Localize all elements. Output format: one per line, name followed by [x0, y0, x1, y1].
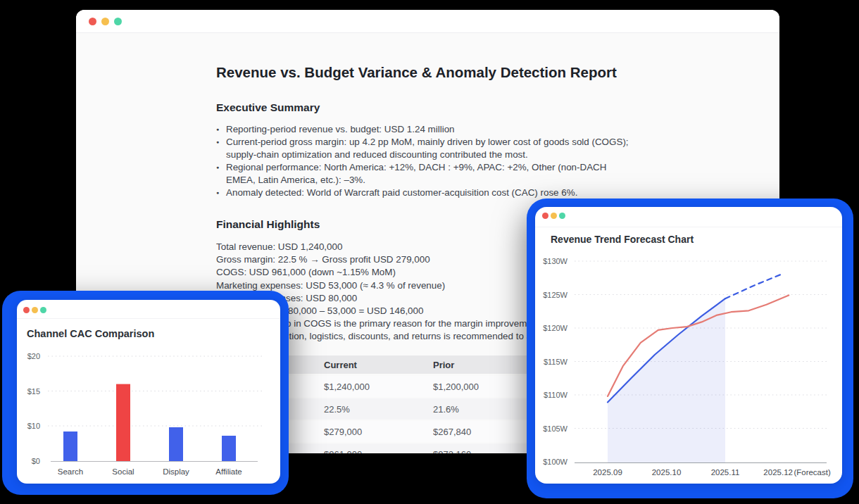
forecast-window: Revenue Trend Forecast Chart $130W$125W$… — [535, 207, 842, 484]
svg-text:2025.11: 2025.11 — [711, 468, 740, 477]
svg-text:$15: $15 — [27, 387, 40, 396]
cac-bar-chart: $20$15$10$0SearchSocialDisplayAffiliate — [17, 300, 280, 484]
table-cell: 22.5% — [324, 404, 433, 415]
bullet-item: Anomaly detected: World of Warcraft paid… — [216, 187, 632, 199]
svg-text:$100W: $100W — [543, 458, 568, 466]
financial-highlights-heading: Financial Highlights — [216, 218, 320, 231]
svg-text:2025.09: 2025.09 — [593, 468, 622, 477]
zoom-button[interactable] — [114, 18, 122, 25]
svg-text:$130W: $130W — [543, 257, 568, 265]
bullet-item: Current-period gross margin: up 4.2 pp M… — [216, 136, 632, 161]
screenshot-background: Revenue vs. Budget Variance & Anomaly De… — [0, 0, 859, 504]
table-cell: $279,000 — [324, 427, 433, 437]
svg-text:$20: $20 — [27, 352, 40, 360]
svg-text:$0: $0 — [32, 457, 40, 465]
svg-text:Social: Social — [112, 467, 134, 476]
svg-text:$115W: $115W — [544, 358, 568, 366]
svg-text:$120W: $120W — [543, 324, 568, 332]
report-window-titlebar[interactable] — [76, 10, 779, 33]
bullet-item: Regional performance: North America: +12… — [216, 161, 632, 187]
svg-text:$10: $10 — [27, 422, 40, 430]
svg-text:$125W: $125W — [543, 291, 568, 299]
traffic-lights — [89, 10, 122, 32]
svg-text:(Forecast): (Forecast) — [794, 468, 831, 477]
forecast-window-frame: Revenue Trend Forecast Chart $130W$125W$… — [527, 199, 853, 498]
forecast-line-chart: $130W$125W$120W$115W$110W$105W$100W2025.… — [535, 207, 842, 484]
svg-text:Search: Search — [58, 467, 83, 476]
cac-window-frame: Channel CAC Comparison $20$15$10$0Search… — [2, 291, 289, 495]
svg-text:$110W: $110W — [544, 391, 568, 399]
bullet-item: Reporting-period revenue vs. budget: USD… — [216, 123, 632, 136]
table-cell: $1,240,000 — [324, 382, 433, 392]
minimize-button[interactable] — [101, 18, 109, 25]
table-cell: Current — [324, 360, 433, 370]
table-cell: $961,000 — [324, 449, 433, 454]
close-button[interactable] — [89, 18, 96, 25]
svg-text:$105W: $105W — [543, 424, 568, 433]
svg-text:Display: Display — [163, 467, 189, 476]
executive-summary-heading: Executive Summary — [216, 101, 320, 114]
cac-window: Channel CAC Comparison $20$15$10$0Search… — [17, 300, 280, 484]
report-title: Revenue vs. Budget Variance & Anomaly De… — [216, 63, 617, 82]
executive-summary-list: Reporting-period revenue vs. budget: USD… — [216, 123, 632, 199]
svg-text:Affiliate: Affiliate — [215, 467, 242, 476]
svg-text:2025.12: 2025.12 — [763, 468, 793, 477]
svg-text:2025.10: 2025.10 — [652, 468, 682, 477]
